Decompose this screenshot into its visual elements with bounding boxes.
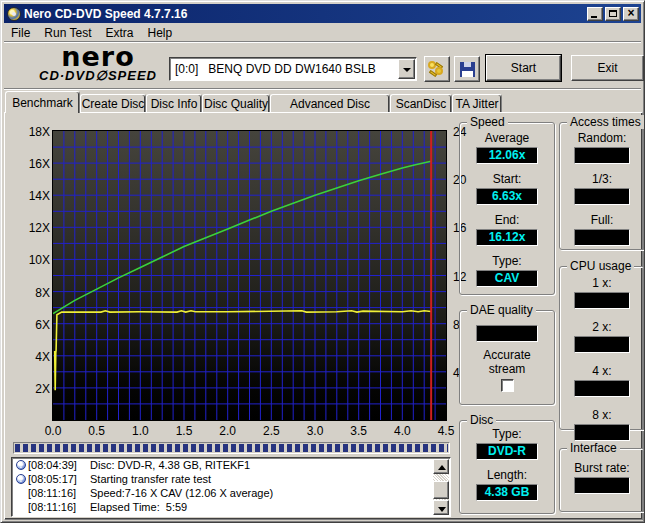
maximize-icon	[609, 10, 617, 17]
y-axis-left-tick: 16X	[29, 157, 50, 171]
title-bar[interactable]: Nero CD-DVD Speed 4.7.7.16 ×	[4, 4, 641, 23]
x-axis-tick: 1.5	[176, 424, 193, 438]
speed-panel: Speed Average 12.06x Start: 6.63x End: 1…	[459, 122, 555, 295]
cpu-2x-label: 2 x:	[560, 320, 644, 334]
disc-type-label: Type:	[460, 427, 554, 441]
triangle-down-icon	[438, 507, 446, 512]
start-button[interactable]: Start	[486, 55, 561, 81]
info-icon: ?	[16, 460, 26, 470]
cpu-8x-value	[574, 424, 630, 441]
drive-select-dropdown-button[interactable]	[398, 59, 415, 79]
menu-file[interactable]: File	[4, 25, 37, 41]
close-button[interactable]: ×	[623, 7, 639, 21]
maximize-button[interactable]	[605, 7, 621, 21]
chart-y-axis-left: 2X4X6X8X10X12X14X16X18X	[17, 131, 50, 422]
x-axis-tick: 3.5	[350, 424, 367, 438]
interface-title: Interface	[567, 441, 620, 455]
transfer-rate-chart	[52, 130, 447, 421]
drive-select-value: [0:0] BENQ DVD DD DW1640 BSLB	[170, 62, 398, 76]
tab-disc-info[interactable]: Disc Info	[146, 94, 202, 113]
x-axis-tick: 4.5	[438, 424, 455, 438]
drive-select[interactable]: [0:0] BENQ DVD DD DW1640 BSLB	[169, 57, 417, 81]
y-axis-left-tick: 6X	[35, 318, 50, 332]
log-time: [08:11:16]	[28, 501, 90, 513]
speed-start-value: 6.63x	[476, 188, 538, 205]
test-progress-bar	[13, 442, 450, 454]
y-axis-left-tick: 10X	[29, 253, 50, 267]
speed-end-label: End:	[460, 213, 554, 227]
access-random-label: Random:	[560, 131, 644, 145]
nero-logo: nero CD·DVD∅SPEED	[32, 44, 164, 82]
menu-run-test[interactable]: Run Test	[37, 25, 98, 41]
cpu-1x-value	[574, 292, 630, 309]
cpu-4x-label: 4 x:	[560, 364, 644, 378]
disc-length-value: 4.38 GB	[476, 484, 538, 501]
accurate-stream-checkbox[interactable]	[501, 379, 514, 392]
x-axis-tick: 0.5	[88, 424, 105, 438]
options-button[interactable]	[424, 56, 450, 82]
log-row: ? [08:04:39] Disc: DVD-R, 4.38 GB, RITEK…	[12, 458, 450, 472]
cpu-8x-label: 8 x:	[560, 408, 644, 422]
access-times-title: Access times	[567, 115, 644, 129]
chart-x-axis: 0.00.51.01.52.02.53.03.54.04.5	[53, 424, 453, 438]
disc-length-label: Length:	[460, 468, 554, 482]
minimize-button[interactable]	[587, 7, 603, 21]
x-axis-tick: 3.0	[307, 424, 324, 438]
read-speed-curve	[53, 161, 431, 313]
menu-extra[interactable]: Extra	[98, 25, 140, 41]
x-axis-tick: 4.0	[394, 424, 411, 438]
triangle-up-icon	[438, 465, 446, 470]
tab-benchmark[interactable]: Benchmark	[5, 91, 80, 113]
y-axis-left-tick: 2X	[35, 382, 50, 396]
info-icon: ?	[16, 474, 26, 484]
tab-disc-quality[interactable]: Disc Quality	[202, 94, 270, 113]
y-axis-left-tick: 14X	[29, 189, 50, 203]
scroll-down-button[interactable]	[433, 500, 449, 515]
log-time: [08:05:17]	[28, 473, 90, 485]
exit-button[interactable]: Exit	[571, 55, 644, 81]
log-row: [08:11:16] Speed:7-16 X CAV (12.06 X ave…	[12, 486, 450, 500]
speed-type-value: CAV	[476, 270, 538, 287]
log-text: Starting transfer rate test	[90, 473, 211, 485]
menu-help[interactable]: Help	[141, 25, 180, 41]
close-icon: ×	[624, 6, 638, 20]
speed-end-value: 16.12x	[476, 229, 538, 246]
test-progress-fill	[15, 444, 448, 452]
log-text: Elapsed Time: 5:59	[90, 501, 187, 513]
access-full-value	[574, 229, 630, 246]
accurate-stream-label: stream	[460, 362, 554, 376]
dae-quality-panel: DAE quality Accurate stream	[459, 310, 555, 405]
log-scrollbar[interactable]	[433, 459, 449, 515]
scrollbar-thumb[interactable]	[433, 481, 449, 499]
benchmark-page: 2X4X6X8X10X12X14X16X18X 4812162024 0.00.…	[4, 112, 643, 520]
menu-bar: File Run Test Extra Help	[4, 24, 641, 42]
tab-strip: Benchmark Create Disc Disc Info Disc Qua…	[4, 91, 641, 113]
dae-quality-title: DAE quality	[467, 303, 536, 317]
tab-advanced-disc-quality[interactable]: Advanced Disc Quality	[270, 94, 390, 113]
log-time: [08:04:39]	[28, 459, 90, 471]
rotation-speed-line	[55, 311, 432, 391]
access-random-value	[574, 147, 630, 164]
x-axis-tick: 1.0	[132, 424, 149, 438]
access-full-label: Full:	[560, 213, 644, 227]
tab-ta-jitter[interactable]: TA Jitter	[452, 94, 502, 113]
log-row: ? [08:05:17] Starting transfer rate test	[12, 472, 450, 486]
y-axis-left-tick: 18X	[29, 125, 50, 139]
toolbar: nero CD·DVD∅SPEED [0:0] BENQ DVD DD DW16…	[4, 43, 641, 89]
status-log[interactable]: ? [08:04:39] Disc: DVD-R, 4.38 GB, RITEK…	[11, 457, 451, 517]
burst-rate-label: Burst rate:	[560, 461, 644, 475]
log-text: Disc: DVD-R, 4.38 GB, RITEKF1	[90, 459, 250, 471]
nero-logo-product: CD·DVD∅SPEED	[32, 70, 164, 82]
speed-average-label: Average	[460, 131, 554, 145]
cpu-4x-value	[574, 380, 630, 397]
access-third-value	[574, 188, 630, 205]
chart-grid	[53, 131, 446, 420]
cpu-usage-title: CPU usage	[567, 259, 634, 273]
tab-create-disc[interactable]: Create Disc	[80, 94, 146, 113]
x-axis-tick: 2.5	[263, 424, 280, 438]
x-axis-tick: 0.0	[45, 424, 62, 438]
tab-scandisc[interactable]: ScanDisc	[390, 94, 452, 113]
interface-panel: Interface Burst rate:	[559, 448, 645, 512]
scroll-up-button[interactable]	[433, 459, 449, 474]
save-button[interactable]	[454, 56, 480, 82]
